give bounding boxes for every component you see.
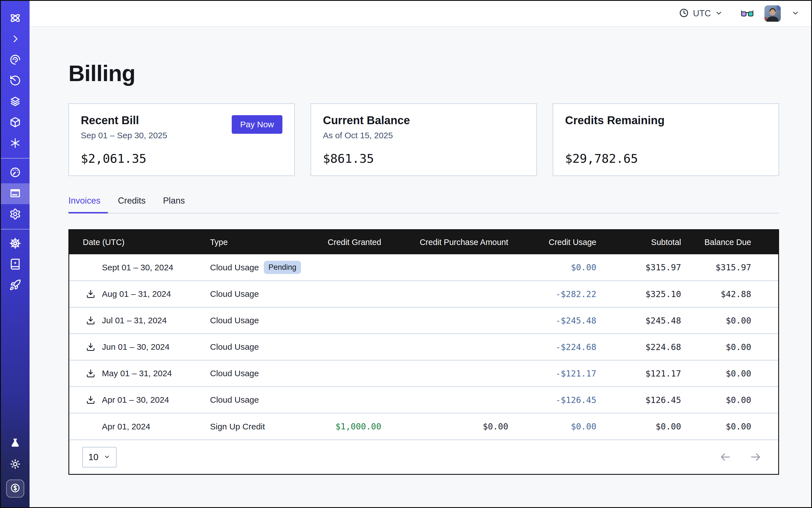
sidebar-item-packages[interactable] xyxy=(1,112,30,133)
balance-due-value: $0.00 xyxy=(681,307,778,334)
rocket-icon xyxy=(9,279,21,292)
sidebar-item-history[interactable] xyxy=(1,71,30,91)
subtotal-value: $121.17 xyxy=(596,360,681,387)
card-title: Current Balance xyxy=(323,114,410,127)
subtotal-value: $224.68 xyxy=(596,334,681,360)
invoice-type: Cloud Usage xyxy=(210,289,259,298)
sidebar-item-functions[interactable] xyxy=(1,133,30,154)
book-sparkle-icon xyxy=(9,258,21,271)
invoice-date: Sept 01 – 30, 2024 xyxy=(102,263,173,272)
table-row: Sept 01 – 30, 2024 Cloud UsagePending $0… xyxy=(69,254,778,281)
flask-icon xyxy=(9,437,21,450)
sidebar xyxy=(1,1,30,507)
invoice-date: Apr 01, 2024 xyxy=(102,422,151,431)
invoice-type: Cloud Usage xyxy=(210,395,259,405)
gauge-icon xyxy=(9,166,21,179)
gear-icon xyxy=(9,208,21,221)
chevron-down-icon xyxy=(103,452,111,462)
card-amount: $861.35 xyxy=(323,152,524,166)
subtotal-value: $325.10 xyxy=(596,281,681,307)
download-invoice-button[interactable] xyxy=(86,315,102,326)
sidebar-item-layers[interactable] xyxy=(1,91,30,112)
card-title: Recent Bill xyxy=(81,114,167,127)
cube-icon xyxy=(9,116,21,129)
tab-plans[interactable]: Plans xyxy=(163,196,192,213)
table-row: Jul 01 – 31, 2024 Cloud Usage -$245.48 $… xyxy=(69,307,778,334)
balance-due-value: $0.00 xyxy=(681,413,778,439)
invoice-date: Jun 01 – 30, 2024 xyxy=(102,342,170,352)
sidebar-item-fleet[interactable] xyxy=(1,234,30,254)
credit-usage-value: -$282.22 xyxy=(508,281,596,307)
theme-toggle[interactable] xyxy=(1,454,30,475)
tab-credits[interactable]: Credits xyxy=(118,196,153,213)
avatar[interactable] xyxy=(764,5,781,22)
subtotal-value: $245.48 xyxy=(596,307,681,334)
subtotal-value: $126.45 xyxy=(596,387,681,413)
layers-icon xyxy=(9,95,21,109)
timezone-label: UTC xyxy=(693,8,711,18)
sidebar-item-deploy[interactable] xyxy=(1,275,30,296)
status-badge: Pending xyxy=(264,261,301,274)
ship-helm-icon xyxy=(9,238,21,250)
chevron-down-icon xyxy=(792,9,799,18)
subtotal-value: $0.00 xyxy=(596,413,681,439)
user-menu-toggle[interactable] xyxy=(792,9,799,18)
sidebar-collapse-toggle[interactable] xyxy=(1,29,30,50)
topbar: UTC xyxy=(30,1,811,27)
table-row: Apr 01 – 30, 2024 Cloud Usage -$126.45 $… xyxy=(69,387,778,413)
col-date: Date (UTC) xyxy=(69,230,210,254)
card-title: Credits Remaining xyxy=(565,114,665,127)
tab-invoices[interactable]: Invoices xyxy=(69,196,108,213)
col-credit-purchase: Credit Purchase Amount xyxy=(381,230,508,254)
download-invoice-button[interactable] xyxy=(86,289,102,299)
chevron-down-icon xyxy=(715,9,723,18)
download-invoice-button[interactable] xyxy=(86,342,102,352)
app-logo[interactable] xyxy=(1,8,30,29)
next-page-button[interactable] xyxy=(750,451,762,463)
recent-bill-card: Recent Bill Sep 01 – Sep 30, 2025 Pay No… xyxy=(69,103,295,176)
credit-granted-value xyxy=(311,334,381,360)
invoice-type: Sign Up Credit xyxy=(210,422,265,431)
clock-icon xyxy=(679,8,689,19)
subtotal-value: $315.97 xyxy=(596,254,681,281)
invoice-date: Aug 01 – 31, 2024 xyxy=(102,289,171,299)
balance-due-value: $0.00 xyxy=(681,360,778,387)
download-invoice-button[interactable] xyxy=(86,368,102,378)
current-balance-card: Current Balance As of Oct 15, 2025 $861.… xyxy=(310,103,537,176)
sidebar-item-billing[interactable] xyxy=(1,183,30,204)
pagination: 10 xyxy=(69,439,778,474)
balance-due-value: $0.00 xyxy=(681,334,778,360)
glasses-icon[interactable] xyxy=(741,8,754,18)
card-amount: $2,061.35 xyxy=(81,152,283,166)
invoice-date: May 01 – 31, 2024 xyxy=(102,369,172,378)
credit-purchase-value xyxy=(381,360,508,387)
sidebar-item-monitoring[interactable] xyxy=(1,50,30,71)
credit-purchase-value: $0.00 xyxy=(381,413,508,439)
pay-now-button[interactable]: Pay Now xyxy=(232,115,283,134)
history-timer-icon xyxy=(9,75,21,88)
credit-granted-value xyxy=(311,307,381,334)
timezone-selector[interactable]: UTC xyxy=(679,8,723,19)
credit-usage-value: $0.00 xyxy=(508,254,596,281)
download-invoice-button[interactable] xyxy=(86,395,102,405)
prev-page-button[interactable] xyxy=(719,451,731,463)
credit-purchase-value xyxy=(381,387,508,413)
sidebar-item-settings[interactable] xyxy=(1,204,30,225)
invoices-table: Date (UTC) Type Credit Granted Credit Pu… xyxy=(69,229,779,475)
sidebar-item-credits-reward[interactable] xyxy=(6,479,24,498)
col-credit-usage: Credit Usage xyxy=(508,230,596,254)
credit-usage-value: -$126.45 xyxy=(508,387,596,413)
invoice-type: Cloud Usage xyxy=(210,342,259,351)
page-title: Billing xyxy=(69,60,779,86)
page-size-select[interactable]: 10 xyxy=(82,447,117,467)
table-row: Apr 01, 2024 Sign Up Credit $1,000.00 $0… xyxy=(69,413,778,439)
credit-purchase-value xyxy=(381,307,508,334)
table-row: Aug 01 – 31, 2024 Cloud Usage -$282.22 $… xyxy=(69,281,778,307)
sidebar-item-labs[interactable] xyxy=(1,433,30,454)
invoice-date: Jul 01 – 31, 2024 xyxy=(102,316,167,325)
sidebar-divider xyxy=(1,158,30,159)
credit-usage-value: -$224.68 xyxy=(508,334,596,360)
sidebar-item-usage[interactable] xyxy=(1,163,30,183)
sidebar-item-docs[interactable] xyxy=(1,254,30,275)
credit-purchase-value xyxy=(381,334,508,360)
